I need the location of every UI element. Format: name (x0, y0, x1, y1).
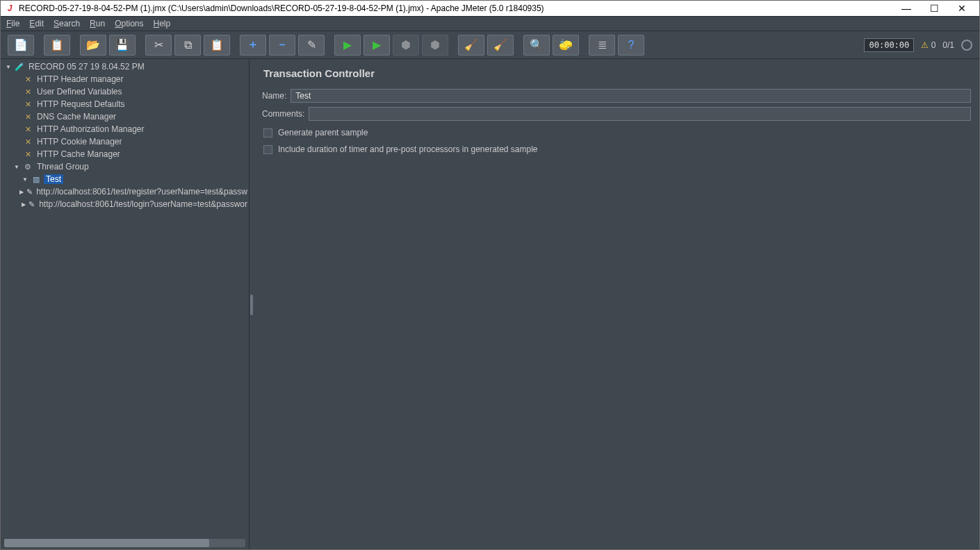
menu-search[interactable]: Search (54, 19, 80, 28)
include-duration-row: Include duration of timer and pre-post p… (262, 144, 971, 154)
clear-all-button[interactable]: 🧹 (487, 35, 514, 56)
app-icon: J (5, 3, 15, 13)
testplan-icon: 🧪 (14, 62, 25, 72)
close-button[interactable]: ✕ (953, 3, 971, 14)
tree-item[interactable]: ✕ HTTP Authorization Manager (1, 123, 249, 135)
menu-bar: File Edit Search Run Options Help (1, 16, 979, 31)
tree-sampler[interactable]: ✎ http://localhost:8061/test/register?us… (1, 185, 249, 198)
copy-button[interactable]: ⧉ (174, 35, 201, 56)
name-row: Name: (262, 89, 971, 103)
comments-label: Comments: (262, 109, 304, 119)
generate-parent-label: Generate parent sample (278, 128, 368, 138)
tree-item[interactable]: ✕ User Defined Variables (1, 85, 249, 98)
detail-pane: Transaction Controller Name: Comments: G… (254, 59, 979, 550)
toggle-button[interactable]: ✎ (298, 35, 325, 56)
window-controls: — ☐ ✕ (897, 3, 975, 14)
tree-thread-group[interactable]: ⚙ Thread Group (1, 160, 249, 173)
toggle-icon[interactable] (5, 64, 12, 70)
config-icon: ✕ (22, 149, 33, 159)
threadgroup-icon: ⚙ (22, 162, 33, 172)
tree-item[interactable]: ✕ HTTP Header manager (1, 73, 249, 85)
include-duration-label: Include duration of timer and pre-post p… (278, 144, 538, 154)
test-plan-tree[interactable]: 🧪 RECORD 05 27 19 8.04.52 PM ✕ HTTP Head… (1, 59, 249, 537)
menu-run[interactable]: Run (90, 19, 105, 28)
reset-search-button[interactable]: 🧽 (553, 35, 579, 56)
thread-count: 0/1 (942, 40, 954, 50)
tree-item[interactable]: ✕ DNS Cache Manager (1, 110, 249, 123)
stop-button[interactable]: ⬢ (393, 35, 419, 56)
warning-icon: ⚠ (921, 40, 929, 50)
shutdown-button[interactable]: ⬢ (422, 35, 448, 56)
title-bar: J RECORD-05-27-19-8-04-52-PM (1).jmx (C:… (1, 1, 979, 16)
config-icon: ✕ (22, 124, 33, 134)
warning-indicator: ⚠ 0 (921, 40, 936, 50)
clear-button[interactable]: 🧹 (458, 35, 484, 56)
tree-test-controller[interactable]: ▥ Test (1, 173, 249, 185)
generate-parent-row: Generate parent sample (262, 128, 971, 138)
toggle-icon[interactable] (22, 176, 28, 183)
toolbar: 📄 📋 📂 💾 ✂ ⧉ 📋 ＋ － ✎ ▶ ▶ ⬢ ⬢ 🧹 🧹 🔍 🧽 ≣ ? … (1, 31, 979, 59)
search-tree-button[interactable]: 🔍 (523, 35, 550, 56)
include-duration-checkbox[interactable] (263, 145, 272, 154)
toggle-icon[interactable] (13, 164, 20, 170)
tree-item[interactable]: ✕ HTTP Request Defaults (1, 98, 249, 110)
sampler-icon: ✎ (28, 199, 35, 209)
toolbar-status: 00:00:00 ⚠ 0 0/1 (864, 38, 972, 52)
function-helper-button[interactable]: ≣ (589, 35, 615, 56)
tree-sampler[interactable]: ✎ http://localhost:8061/test/login?userN… (1, 198, 249, 210)
toggle-icon[interactable] (19, 189, 24, 195)
sampler-icon: ✎ (26, 187, 33, 197)
main-area: 🧪 RECORD 05 27 19 8.04.52 PM ✕ HTTP Head… (1, 59, 979, 550)
config-icon: ✕ (22, 99, 33, 109)
menu-edit[interactable]: Edit (29, 19, 44, 28)
maximize-button[interactable]: ☐ (925, 3, 943, 14)
name-label: Name: (262, 91, 286, 101)
tree-item[interactable]: ✕ HTTP Cache Manager (1, 148, 249, 160)
cut-button[interactable]: ✂ (145, 35, 172, 56)
config-icon: ✕ (22, 137, 33, 147)
generate-parent-checkbox[interactable] (263, 128, 272, 138)
scrollbar-thumb[interactable] (4, 539, 209, 547)
menu-help[interactable]: Help (154, 19, 171, 28)
save-button[interactable]: 💾 (109, 35, 136, 56)
start-no-pause-button[interactable]: ▶ (364, 35, 390, 56)
timer-display: 00:00:00 (864, 38, 914, 52)
comments-input[interactable] (309, 107, 971, 121)
toggle-icon[interactable] (21, 201, 26, 208)
expand-button[interactable]: ＋ (240, 35, 266, 56)
status-icon (961, 40, 972, 51)
open-button[interactable]: 📂 (80, 35, 106, 56)
config-icon: ✕ (22, 112, 33, 122)
config-icon: ✕ (22, 87, 33, 97)
tree-root[interactable]: 🧪 RECORD 05 27 19 8.04.52 PM (1, 60, 249, 73)
start-button[interactable]: ▶ (334, 35, 361, 56)
splitter-grip-icon (250, 294, 253, 315)
tree-pane: 🧪 RECORD 05 27 19 8.04.52 PM ✕ HTTP Head… (1, 59, 250, 550)
paste-button[interactable]: 📋 (204, 35, 230, 56)
name-input[interactable] (291, 89, 971, 103)
tree-horizontal-scrollbar[interactable] (4, 539, 245, 547)
new-button[interactable]: 📄 (8, 35, 34, 56)
menu-file[interactable]: File (6, 19, 19, 28)
templates-button[interactable]: 📋 (44, 35, 70, 56)
window-title: RECORD-05-27-19-8-04-52-PM (1).jmx (C:\U… (19, 3, 893, 13)
comments-row: Comments: (262, 107, 971, 121)
help-button[interactable]: ? (618, 35, 644, 56)
config-icon: ✕ (22, 74, 33, 84)
minimize-button[interactable]: — (897, 3, 915, 14)
panel-title: Transaction Controller (262, 65, 971, 85)
collapse-button[interactable]: － (269, 35, 295, 56)
menu-options[interactable]: Options (115, 19, 143, 28)
controller-icon: ▥ (31, 174, 42, 184)
tree-item[interactable]: ✕ HTTP Cookie Manager (1, 135, 249, 148)
